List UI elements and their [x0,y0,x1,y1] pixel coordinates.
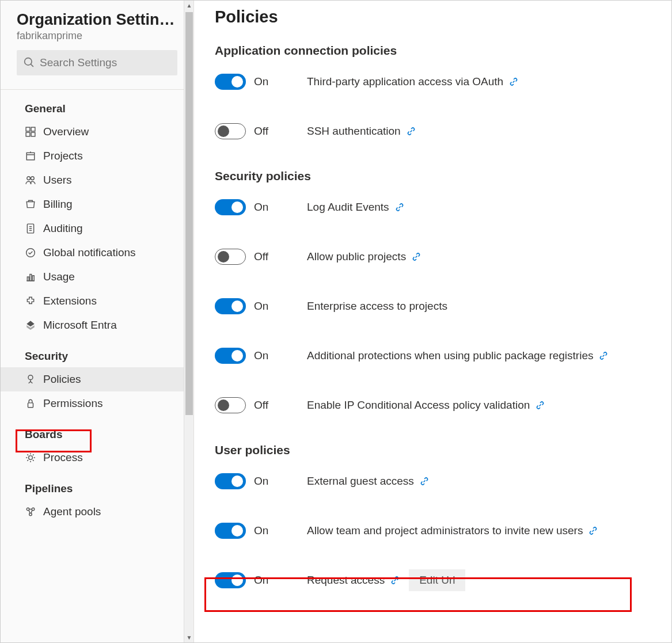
policy-label-text: Log Audit Events [307,201,389,214]
toggle-switch[interactable] [215,298,246,314]
sidebar-item-overview[interactable]: Overview [1,120,193,144]
policy-row: OffSSH authentication [215,120,651,143]
toggle-state-label: On [254,475,268,488]
toggle-state-label: On [254,75,268,88]
policy-label-text: Additional protections when using public… [307,349,593,362]
notifications-icon [25,247,36,258]
policy-label: External guest access [307,475,429,488]
sidebar-item-global-notifications[interactable]: Global notifications [1,241,193,265]
sidebar-item-label: Permissions [43,397,102,410]
policy-label: Request accessEdit Url [307,569,465,591]
sidebar-item-label: Agent pools [43,505,101,518]
policy-row: OnRequest accessEdit Url [215,569,651,592]
policy-label: Log Audit Events [307,201,404,214]
policy-row: OnAllow team and project administrators … [215,519,651,542]
sidebar-scrollbar[interactable]: ▲ ▼ [184,1,193,642]
search-input[interactable] [40,56,170,69]
nav-section-security: Security [1,337,193,367]
toggle-switch[interactable] [215,199,246,215]
toggle-switch[interactable] [215,572,246,588]
svg-point-25 [29,513,32,516]
toggle-switch[interactable] [215,249,246,265]
sidebar-item-permissions[interactable]: Permissions [1,391,193,416]
svg-rect-3 [31,127,35,131]
sidebar-item-label: Users [43,174,72,187]
svg-rect-19 [32,276,34,281]
link-icon[interactable] [536,401,545,410]
policy-label: Additional protections when using public… [307,349,608,362]
sidebar-item-label: Auditing [43,222,83,235]
toggle-state-label: Off [254,125,268,138]
nav-section-general: General [1,90,193,120]
link-icon[interactable] [412,252,421,261]
scrollbar-thumb[interactable] [185,12,193,415]
link-icon[interactable] [395,203,404,212]
policy-label-text: Enterprise access to projects [307,300,447,313]
toggle-switch[interactable] [215,348,246,364]
sidebar-item-projects[interactable]: Projects [1,144,193,168]
policy-row: OnAdditional protections when using publ… [215,344,651,367]
sidebar-item-users[interactable]: Users [1,168,193,192]
policies-icon [25,374,36,385]
organization-name: fabrikamprime [17,30,177,42]
projects-icon [25,150,36,162]
sidebar-item-label: Billing [43,198,73,211]
entra-icon [25,319,36,331]
policy-label: Enable IP Conditional Access policy vali… [307,399,545,412]
link-icon[interactable] [599,351,608,360]
svg-point-10 [31,177,35,180]
toggle-switch[interactable] [215,397,246,413]
policy-label-text: SSH authentication [307,125,401,138]
policy-label-text: External guest access [307,475,414,488]
svg-line-26 [29,510,30,513]
policy-row: OnLog Audit Events [215,196,651,219]
sidebar-item-billing[interactable]: Billing [1,192,193,216]
link-icon[interactable] [390,576,400,585]
svg-line-27 [31,510,32,513]
toggle-switch[interactable] [215,473,246,489]
policy-label-text: Enable IP Conditional Access policy vali… [307,399,530,412]
toggle-switch[interactable] [215,123,246,139]
sidebar-item-process[interactable]: Process [1,446,193,470]
nav-section-pipelines: Pipelines [1,470,193,500]
policy-label: Allow team and project administrators to… [307,524,598,537]
edit-url-button[interactable]: Edit Url [409,569,465,591]
sidebar-item-auditing[interactable]: Auditing [1,216,193,241]
toggle-state-label: Off [254,399,268,412]
search-settings-box[interactable] [17,50,177,75]
svg-rect-6 [26,153,35,159]
sidebar-item-extensions[interactable]: Extensions [1,289,193,313]
toggle-switch[interactable] [215,74,246,90]
sidebar-item-agent-pools[interactable]: Agent pools [1,500,193,524]
sidebar-item-label: Usage [43,271,75,283]
toggle-state-label: On [254,574,268,587]
toggle-state-label: Off [254,250,268,263]
sidebar-item-policies[interactable]: Policies [1,367,193,391]
link-icon[interactable] [589,526,598,535]
svg-point-15 [26,249,35,257]
sidebar-item-usage[interactable]: Usage [1,265,193,289]
sidebar-item-label: Process [43,451,83,464]
permissions-icon [25,398,36,409]
toggle-state-label: On [254,300,268,313]
main-content: Policies Application connection policies… [194,1,671,642]
svg-point-24 [32,508,35,511]
scroll-down-arrow[interactable]: ▼ [184,633,194,642]
policy-label-text: Allow team and project administrators to… [307,524,583,537]
sidebar: Organization Settin… fabrikamprime Gener… [1,1,194,642]
overview-icon [25,126,36,138]
toggle-state-label: On [254,349,268,362]
nav-section-boards: Boards [1,416,193,446]
policy-section-title: User policies [215,443,651,457]
policy-section-title: Application connection policies [215,44,651,58]
svg-line-1 [31,64,33,67]
link-icon[interactable] [509,77,518,86]
policy-label: Allow public projects [307,250,421,263]
sidebar-item-label: Global notifications [43,246,136,259]
search-icon [24,57,40,69]
sidebar-item-microsoft-entra[interactable]: Microsoft Entra [1,313,193,337]
link-icon[interactable] [420,477,429,486]
scroll-up-arrow[interactable]: ▲ [184,1,194,10]
link-icon[interactable] [407,127,416,136]
toggle-switch[interactable] [215,523,246,539]
